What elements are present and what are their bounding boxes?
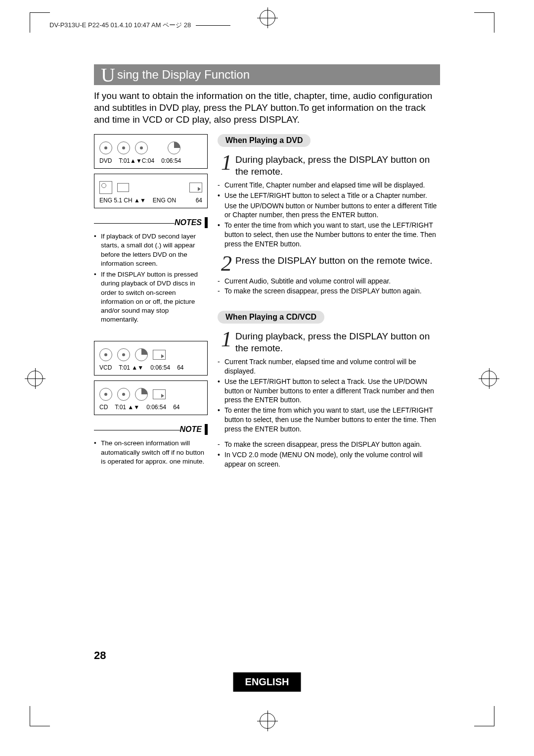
notes-label: NOTES bbox=[175, 218, 202, 227]
speaker-icon bbox=[153, 350, 166, 360]
note-heading: NOTE bbox=[94, 424, 208, 435]
subheading-cd: When Playing a CD/VCD bbox=[218, 311, 324, 324]
osd-preview-dvd-1: DVD T:01▲▼C:04 0:06:54 bbox=[94, 134, 208, 169]
osd-label: 0:06:54 bbox=[150, 364, 170, 371]
step-number-icon: 2 bbox=[218, 254, 235, 274]
crop-mark bbox=[30, 706, 50, 726]
print-header: DV-P313U-E P22-45 01.4.10 10:47 AM ページ 2… bbox=[49, 21, 230, 30]
notes-heading: NOTES bbox=[94, 217, 208, 228]
subtitle-icon bbox=[117, 183, 129, 192]
registration-mark-icon bbox=[481, 371, 497, 386]
osd-label: CD bbox=[99, 404, 108, 411]
disc-icon bbox=[99, 388, 112, 401]
note-label: NOTE bbox=[180, 425, 202, 434]
disc-icon bbox=[99, 348, 112, 361]
osd-label: VCD bbox=[99, 364, 112, 371]
registration-mark-icon bbox=[260, 10, 275, 26]
disc-icon bbox=[99, 142, 112, 154]
osd-label: 64 bbox=[196, 197, 202, 204]
print-header-text: DV-P313U-E P22-45 01.4.10 10:47 AM ページ 2… bbox=[49, 21, 191, 30]
subheading-dvd: When Playing a DVD bbox=[218, 134, 311, 147]
intro-text: If you want to obtain the information on… bbox=[94, 90, 440, 125]
osd-label: ENG ON bbox=[153, 197, 176, 204]
detail-list: -To make the screen disappear, press the… bbox=[218, 440, 440, 469]
speaker-icon bbox=[189, 183, 202, 192]
audio-icon bbox=[99, 181, 112, 194]
clock-icon bbox=[135, 348, 148, 361]
detail-list: -Current Title, Chapter number and elaps… bbox=[218, 181, 440, 249]
osd-label: 64 bbox=[173, 404, 179, 411]
crop-mark bbox=[474, 12, 494, 33]
crop-mark bbox=[474, 706, 494, 726]
osd-preview-vcd: VCD T:01 ▲▼ 0:06:54 64 bbox=[94, 341, 208, 376]
disc-icon bbox=[117, 388, 130, 401]
osd-label: DVD bbox=[99, 157, 112, 164]
crop-mark bbox=[30, 12, 50, 33]
disc-icon bbox=[117, 142, 130, 154]
title-cap: U bbox=[94, 63, 117, 87]
osd-label: ENG 5.1 CH ▲▼ bbox=[99, 197, 146, 204]
step-2: 2 Press the DISPLAY button on the remote… bbox=[218, 254, 440, 274]
osd-preview-cd: CD T:01 ▲▼ 0:06:54 64 bbox=[94, 380, 208, 415]
step-text: During playback, press the DISPLAY butto… bbox=[235, 153, 440, 178]
osd-label: T:01▲▼C:04 bbox=[119, 157, 154, 164]
section-title: U sing the Display Function bbox=[94, 64, 440, 85]
step-number-icon: 1 bbox=[218, 330, 235, 354]
osd-preview-dvd-2: ENG 5.1 CH ▲▼ ENG ON 64 bbox=[94, 174, 208, 208]
clock-icon bbox=[135, 388, 148, 401]
language-tab: ENGLISH bbox=[233, 672, 301, 692]
step-1-cd: 1 During playback, press the DISPLAY but… bbox=[218, 330, 440, 354]
title-rest: sing the Display Function bbox=[117, 68, 250, 82]
disc-icon bbox=[117, 348, 130, 361]
detail-list: -Current Audio, Subtitle and volume cont… bbox=[218, 277, 440, 296]
disc-icon bbox=[135, 142, 148, 154]
osd-label: T:01 ▲▼ bbox=[119, 364, 143, 371]
registration-mark-icon bbox=[260, 713, 275, 729]
step-text: During playback, press the DISPLAY butto… bbox=[235, 330, 440, 354]
osd-label: 0:06:54 bbox=[161, 157, 181, 164]
osd-label: 64 bbox=[177, 364, 183, 371]
notes-list: •The on-screen information will automati… bbox=[94, 439, 208, 466]
step-1: 1 During playback, press the DISPLAY but… bbox=[218, 153, 440, 178]
step-text: Press the DISPLAY button on the remote t… bbox=[235, 254, 433, 274]
osd-label: T:01 ▲▼ bbox=[115, 404, 139, 411]
clock-icon bbox=[168, 142, 180, 154]
osd-label: 0:06:54 bbox=[146, 404, 166, 411]
speaker-icon bbox=[153, 389, 166, 399]
detail-list: -Current Track number, elapsed time and … bbox=[218, 357, 440, 434]
step-number-icon: 1 bbox=[218, 153, 235, 178]
registration-mark-icon bbox=[27, 371, 43, 386]
notes-list: •If playback of DVD second layer starts,… bbox=[94, 232, 208, 324]
page-number: 28 bbox=[94, 649, 106, 662]
